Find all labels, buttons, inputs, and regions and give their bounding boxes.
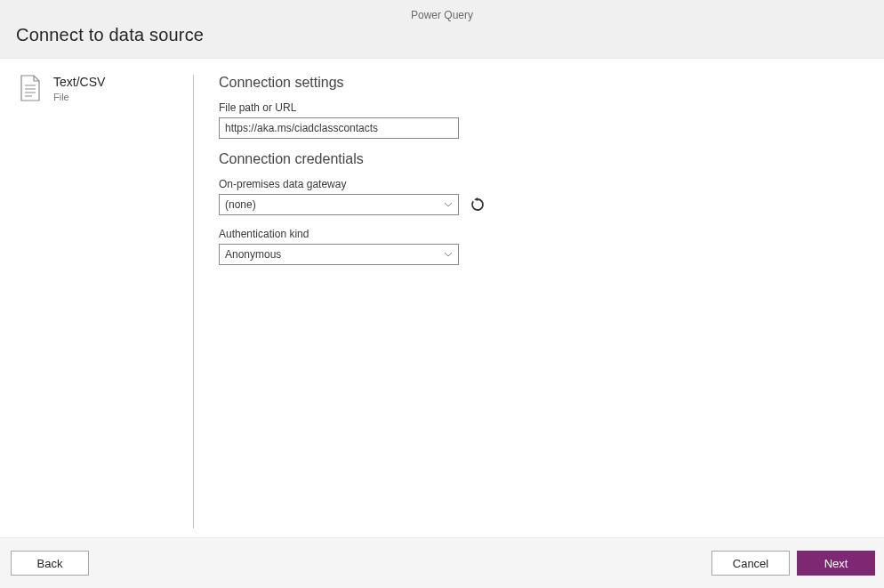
source-kind: File	[53, 92, 105, 102]
connection-credentials-title: Connection credentials	[219, 151, 866, 167]
vertical-divider	[193, 75, 194, 528]
chevron-down-icon	[444, 250, 453, 259]
connection-settings-title: Connection settings	[219, 75, 866, 91]
gateway-select-value: (none)	[225, 198, 256, 211]
app-label: Power Query	[16, 9, 868, 21]
file-path-label: File path or URL	[219, 101, 866, 114]
auth-kind-value: Anonymous	[225, 248, 281, 261]
source-name: Text/CSV	[53, 75, 105, 90]
chevron-down-icon	[444, 200, 453, 209]
file-icon	[20, 75, 41, 101]
refresh-icon	[470, 197, 485, 212]
auth-kind-label: Authentication kind	[219, 228, 866, 240]
footer: Back Cancel Next	[0, 537, 884, 588]
auth-kind-select[interactable]: Anonymous	[219, 244, 459, 265]
page-title: Connect to data source	[16, 25, 868, 45]
next-button[interactable]: Next	[797, 551, 875, 576]
refresh-gateway-button[interactable]	[468, 195, 487, 214]
back-button[interactable]: Back	[11, 551, 89, 576]
cancel-button[interactable]: Cancel	[711, 551, 790, 576]
dialog-header: Power Query Connect to data source	[0, 0, 884, 59]
gateway-label: On-premises data gateway	[219, 178, 866, 190]
source-summary: Text/CSV File	[20, 75, 193, 537]
file-path-input[interactable]	[219, 117, 459, 139]
gateway-select[interactable]: (none)	[219, 194, 459, 215]
